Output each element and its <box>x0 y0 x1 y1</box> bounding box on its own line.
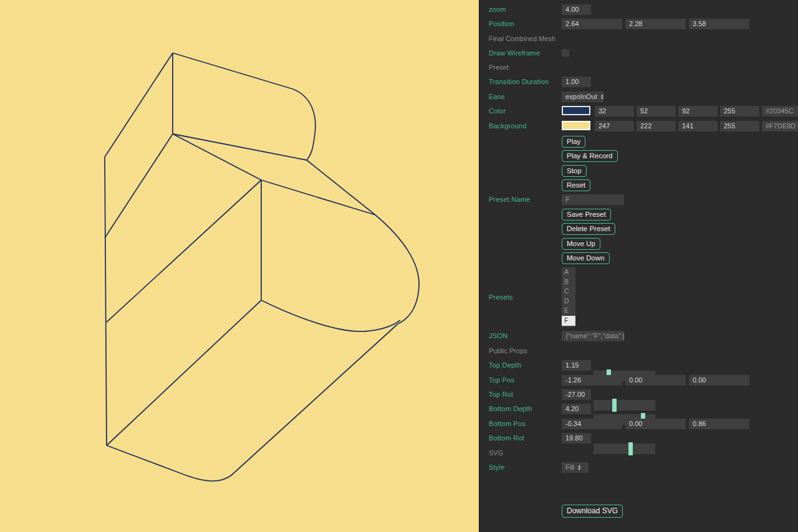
row-ease: Ease expoInOut ▲▼ <box>489 92 794 102</box>
section-final-combined-mesh: Final Combined Mesh <box>489 34 794 44</box>
top-rot-label: Top Rot <box>489 391 513 398</box>
transition-duration-input[interactable]: 1.00 <box>562 77 591 87</box>
bottom-depth-label: Bottom Depth <box>489 405 532 412</box>
top-pos-label: Top Pos <box>489 376 514 384</box>
row-style: Style Fill ▲▼ <box>489 462 794 473</box>
color-hex-input[interactable]: #20345C <box>762 106 798 116</box>
preset-item[interactable]: AB <box>562 326 575 327</box>
background-r-input[interactable]: 247 <box>595 121 634 131</box>
bottom-pos-x-input[interactable]: -0.34 <box>562 419 622 429</box>
transition-duration-label: Transition Duration <box>489 78 549 85</box>
preset-item[interactable]: D <box>562 297 575 306</box>
updown-arrows-icon: ▲▼ <box>577 465 581 470</box>
json-input[interactable]: {"name":"F","data":[{ <box>562 331 624 341</box>
row-top-depth: Top Depth 1.15 <box>489 360 794 371</box>
preset-item[interactable]: C <box>562 287 575 297</box>
preset-name-input[interactable]: F <box>562 194 624 205</box>
play-record-button[interactable]: Play & Record <box>562 150 618 162</box>
position-y-input[interactable]: 2.28 <box>625 19 686 29</box>
top-rot-input[interactable]: -27.00 <box>562 389 591 400</box>
row-top-pos: Top Pos -1.26 0.00 0.00 <box>489 375 794 386</box>
delete-preset-button[interactable]: Delete Preset <box>562 223 615 235</box>
preset-item-selected[interactable]: F <box>562 316 575 326</box>
top-depth-label: Top Depth <box>489 361 521 369</box>
style-select[interactable]: Fill ▲▼ <box>562 462 589 473</box>
zoom-label: zoom <box>489 6 506 13</box>
background-label: Background <box>489 122 527 130</box>
color-r-input[interactable]: 32 <box>595 106 634 116</box>
position-z-input[interactable]: 3.58 <box>689 19 749 29</box>
section-public-props: Public Props <box>489 346 794 356</box>
preset-name-label: Preset Name <box>489 196 530 203</box>
position-label: Position <box>489 20 514 27</box>
letter-wireframe-drawing <box>0 0 479 532</box>
background-b-input[interactable]: 141 <box>678 121 718 131</box>
ease-label: Ease <box>489 93 505 100</box>
section-preset: Preset <box>489 62 794 73</box>
background-swatch[interactable] <box>562 121 590 130</box>
draw-wireframe-label: Draw Wireframe <box>489 49 540 57</box>
3d-viewport[interactable] <box>0 0 479 532</box>
ease-select[interactable]: expoInOut ▲▼ <box>562 92 603 102</box>
row-transition-duration: Transition Duration 1.00 <box>489 77 794 87</box>
presets-listbox[interactable]: A B C D E F AB <box>562 267 575 327</box>
preset-item[interactable]: E <box>562 306 575 316</box>
play-button[interactable]: Play <box>562 136 585 148</box>
top-pos-y-input[interactable]: 0.00 <box>625 375 686 386</box>
download-svg-button[interactable]: Download SVG <box>562 505 623 518</box>
row-color: Color 32 52 92 255 #20345C <box>489 106 794 116</box>
move-down-button[interactable]: Move Down <box>562 252 610 264</box>
position-x-input[interactable]: 2.64 <box>562 19 622 29</box>
json-label: JSON <box>489 332 507 340</box>
updown-arrows-icon: ▲▼ <box>600 94 604 100</box>
control-panel: zoom 4.00 Position 2.64 2.28 3.58 Final … <box>479 0 798 532</box>
color-b-input[interactable]: 92 <box>678 106 718 116</box>
row-preset-name: Preset Name F <box>489 194 794 205</box>
app: { "canvas": { "background_color": "#F7DE… <box>0 0 798 532</box>
move-up-button[interactable]: Move Up <box>562 238 600 250</box>
presets-label-row: Presets <box>489 292 794 303</box>
row-bottom-pos: Bottom Pos -0.34 0.00 0.86 <box>489 419 794 429</box>
section-svg: SVG <box>489 448 794 458</box>
reset-button[interactable]: Reset <box>562 179 590 191</box>
top-pos-x-input[interactable]: -1.26 <box>562 375 622 386</box>
color-label: Color <box>489 107 506 115</box>
row-zoom: zoom 4.00 <box>489 4 794 15</box>
row-bottom-depth: Bottom Depth 4.20 <box>489 404 794 414</box>
row-bottom-rot: Bottom Rot 19.80 <box>489 433 794 444</box>
row-position: Position 2.64 2.28 3.58 <box>489 19 794 29</box>
color-a-input[interactable]: 255 <box>720 106 759 116</box>
preset-item[interactable]: A <box>562 267 575 277</box>
color-swatch[interactable] <box>562 106 590 115</box>
stop-button[interactable]: Stop <box>562 165 587 177</box>
row-json: JSON {"name":"F","data":[{ <box>489 331 794 341</box>
zoom-input[interactable]: 4.00 <box>562 4 591 15</box>
background-g-input[interactable]: 222 <box>637 121 676 131</box>
bottom-rot-label: Bottom Rot <box>489 434 524 442</box>
bottom-depth-input[interactable]: 4.20 <box>562 404 591 414</box>
bottom-pos-y-input[interactable]: 0.00 <box>625 419 686 429</box>
color-g-input[interactable]: 52 <box>637 106 676 116</box>
row-background: Background 247 222 141 255 #F7DE8D <box>489 121 794 131</box>
presets-label: Presets <box>489 293 513 301</box>
save-preset-button[interactable]: Save Preset <box>562 209 611 221</box>
background-a-input[interactable]: 255 <box>720 121 759 131</box>
top-pos-z-input[interactable]: 0.00 <box>689 375 749 386</box>
draw-wireframe-checkbox[interactable] <box>562 49 569 57</box>
row-draw-wireframe: Draw Wireframe <box>489 48 794 59</box>
bottom-pos-z-input[interactable]: 0.86 <box>689 419 749 429</box>
top-depth-input[interactable]: 1.15 <box>562 360 591 371</box>
bottom-rot-input[interactable]: 19.80 <box>562 433 591 444</box>
row-top-rot: Top Rot -27.00 <box>489 389 794 400</box>
preset-item[interactable]: B <box>562 277 575 287</box>
background-hex-input[interactable]: #F7DE8D <box>762 121 798 131</box>
bottom-pos-label: Bottom Pos <box>489 420 526 427</box>
style-label: Style <box>489 463 504 471</box>
